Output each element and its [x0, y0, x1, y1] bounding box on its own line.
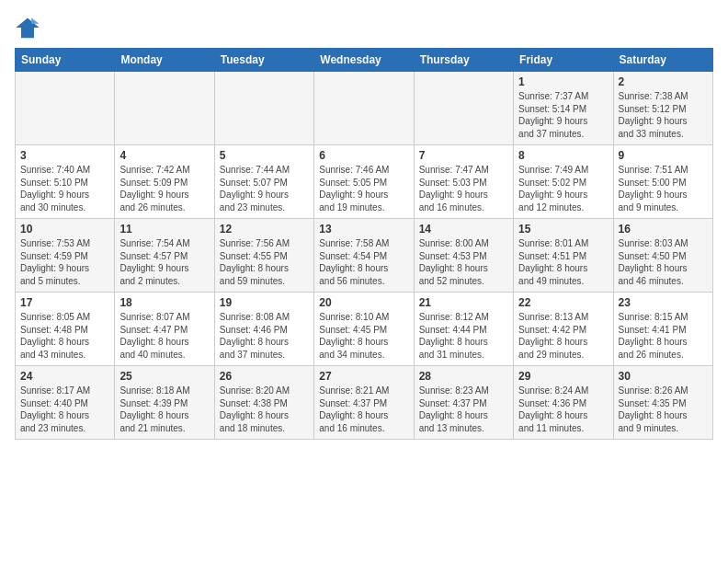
- cell-content: Sunrise: 8:00 AM Sunset: 4:53 PM Dayligh…: [419, 237, 508, 287]
- calendar-cell: 13Sunrise: 7:58 AM Sunset: 4:54 PM Dayli…: [314, 219, 414, 293]
- calendar-cell: 15Sunrise: 8:01 AM Sunset: 4:51 PM Dayli…: [514, 219, 613, 293]
- cell-content: Sunrise: 7:38 AM Sunset: 5:12 PM Dayligh…: [619, 90, 708, 140]
- page-header: [15, 15, 713, 40]
- weekday-header: Sunday: [16, 49, 115, 72]
- day-number: 15: [518, 223, 608, 236]
- day-number: 3: [20, 149, 109, 162]
- day-number: 20: [319, 296, 408, 309]
- cell-content: Sunrise: 8:03 AM Sunset: 4:50 PM Dayligh…: [619, 237, 708, 287]
- calendar-cell: 1Sunrise: 7:37 AM Sunset: 5:14 PM Daylig…: [514, 72, 613, 145]
- day-number: 2: [619, 75, 708, 88]
- day-number: 18: [119, 296, 209, 309]
- calendar-cell: 30Sunrise: 8:26 AM Sunset: 4:35 PM Dayli…: [613, 366, 712, 440]
- weekday-header: Tuesday: [214, 49, 313, 72]
- calendar-cell: [314, 72, 414, 145]
- day-number: 11: [119, 223, 209, 236]
- day-number: 17: [20, 296, 109, 309]
- cell-content: Sunrise: 8:15 AM Sunset: 4:41 PM Dayligh…: [619, 311, 708, 361]
- day-number: 27: [319, 370, 408, 383]
- calendar-cell: 3Sunrise: 7:40 AM Sunset: 5:10 PM Daylig…: [16, 145, 115, 219]
- cell-content: Sunrise: 8:07 AM Sunset: 4:47 PM Dayligh…: [119, 311, 209, 361]
- cell-content: Sunrise: 8:23 AM Sunset: 4:37 PM Dayligh…: [419, 385, 508, 434]
- weekday-header-row: SundayMondayTuesdayWednesdayThursdayFrid…: [16, 49, 713, 72]
- cell-content: Sunrise: 8:24 AM Sunset: 4:36 PM Dayligh…: [518, 385, 608, 434]
- cell-content: Sunrise: 7:49 AM Sunset: 5:02 PM Dayligh…: [518, 164, 608, 213]
- cell-content: Sunrise: 8:26 AM Sunset: 4:35 PM Dayligh…: [619, 385, 708, 434]
- day-number: 7: [419, 149, 508, 162]
- calendar-cell: [414, 72, 513, 145]
- cell-content: Sunrise: 7:46 AM Sunset: 5:05 PM Dayligh…: [319, 164, 408, 213]
- calendar-week-row: 17Sunrise: 8:05 AM Sunset: 4:48 PM Dayli…: [16, 293, 713, 366]
- day-number: 22: [518, 296, 608, 309]
- svg-marker-1: [31, 18, 39, 24]
- day-number: 26: [220, 370, 309, 383]
- cell-content: Sunrise: 8:05 AM Sunset: 4:48 PM Dayligh…: [20, 311, 109, 361]
- calendar-cell: 29Sunrise: 8:24 AM Sunset: 4:36 PM Dayli…: [514, 366, 613, 440]
- day-number: 5: [220, 149, 309, 162]
- calendar-cell: 24Sunrise: 8:17 AM Sunset: 4:40 PM Dayli…: [16, 366, 115, 440]
- day-number: 29: [518, 370, 608, 383]
- calendar-cell: 2Sunrise: 7:38 AM Sunset: 5:12 PM Daylig…: [613, 72, 712, 145]
- calendar-cell: 25Sunrise: 8:18 AM Sunset: 4:39 PM Dayli…: [115, 366, 214, 440]
- calendar-cell: 26Sunrise: 8:20 AM Sunset: 4:38 PM Dayli…: [214, 366, 313, 440]
- logo-icon: [15, 15, 40, 40]
- calendar-cell: 20Sunrise: 8:10 AM Sunset: 4:45 PM Dayli…: [314, 293, 414, 366]
- day-number: 21: [419, 296, 508, 309]
- weekday-header: Thursday: [414, 49, 513, 72]
- weekday-header: Monday: [115, 49, 214, 72]
- day-number: 1: [518, 75, 608, 88]
- calendar-cell: 17Sunrise: 8:05 AM Sunset: 4:48 PM Dayli…: [16, 293, 115, 366]
- calendar-cell: 18Sunrise: 8:07 AM Sunset: 4:47 PM Dayli…: [115, 293, 214, 366]
- calendar-cell: 23Sunrise: 8:15 AM Sunset: 4:41 PM Dayli…: [613, 293, 712, 366]
- calendar-week-row: 10Sunrise: 7:53 AM Sunset: 4:59 PM Dayli…: [16, 219, 713, 293]
- calendar-cell: 5Sunrise: 7:44 AM Sunset: 5:07 PM Daylig…: [214, 145, 313, 219]
- cell-content: Sunrise: 7:53 AM Sunset: 4:59 PM Dayligh…: [20, 237, 109, 287]
- calendar-cell: 9Sunrise: 7:51 AM Sunset: 5:00 PM Daylig…: [613, 145, 712, 219]
- calendar-cell: 8Sunrise: 7:49 AM Sunset: 5:02 PM Daylig…: [514, 145, 613, 219]
- cell-content: Sunrise: 8:18 AM Sunset: 4:39 PM Dayligh…: [119, 385, 209, 434]
- cell-content: Sunrise: 7:58 AM Sunset: 4:54 PM Dayligh…: [319, 237, 408, 287]
- day-number: 23: [619, 296, 708, 309]
- calendar-cell: 19Sunrise: 8:08 AM Sunset: 4:46 PM Dayli…: [214, 293, 313, 366]
- calendar-week-row: 3Sunrise: 7:40 AM Sunset: 5:10 PM Daylig…: [16, 145, 713, 219]
- cell-content: Sunrise: 7:51 AM Sunset: 5:00 PM Dayligh…: [619, 164, 708, 213]
- cell-content: Sunrise: 8:20 AM Sunset: 4:38 PM Dayligh…: [220, 385, 309, 434]
- calendar-cell: [16, 72, 115, 145]
- calendar-cell: 16Sunrise: 8:03 AM Sunset: 4:50 PM Dayli…: [613, 219, 712, 293]
- cell-content: Sunrise: 8:10 AM Sunset: 4:45 PM Dayligh…: [319, 311, 408, 361]
- calendar-cell: 14Sunrise: 8:00 AM Sunset: 4:53 PM Dayli…: [414, 219, 513, 293]
- day-number: 14: [419, 223, 508, 236]
- calendar-week-row: 24Sunrise: 8:17 AM Sunset: 4:40 PM Dayli…: [16, 366, 713, 440]
- day-number: 30: [619, 370, 708, 383]
- calendar-cell: 7Sunrise: 7:47 AM Sunset: 5:03 PM Daylig…: [414, 145, 513, 219]
- svg-marker-0: [16, 18, 39, 39]
- day-number: 16: [619, 223, 708, 236]
- cell-content: Sunrise: 8:21 AM Sunset: 4:37 PM Dayligh…: [319, 385, 408, 434]
- day-number: 12: [220, 223, 309, 236]
- cell-content: Sunrise: 8:12 AM Sunset: 4:44 PM Dayligh…: [419, 311, 508, 361]
- calendar-week-row: 1Sunrise: 7:37 AM Sunset: 5:14 PM Daylig…: [16, 72, 713, 145]
- calendar-cell: 27Sunrise: 8:21 AM Sunset: 4:37 PM Dayli…: [314, 366, 414, 440]
- calendar-cell: 28Sunrise: 8:23 AM Sunset: 4:37 PM Dayli…: [414, 366, 513, 440]
- day-number: 28: [419, 370, 508, 383]
- day-number: 6: [319, 149, 408, 162]
- cell-content: Sunrise: 7:47 AM Sunset: 5:03 PM Dayligh…: [419, 164, 508, 213]
- cell-content: Sunrise: 7:54 AM Sunset: 4:57 PM Dayligh…: [119, 237, 209, 287]
- calendar-cell: 4Sunrise: 7:42 AM Sunset: 5:09 PM Daylig…: [115, 145, 214, 219]
- day-number: 9: [619, 149, 708, 162]
- weekday-header: Saturday: [613, 49, 712, 72]
- cell-content: Sunrise: 8:08 AM Sunset: 4:46 PM Dayligh…: [220, 311, 309, 361]
- cell-content: Sunrise: 7:37 AM Sunset: 5:14 PM Dayligh…: [518, 90, 608, 140]
- day-number: 24: [20, 370, 109, 383]
- cell-content: Sunrise: 8:01 AM Sunset: 4:51 PM Dayligh…: [518, 237, 608, 287]
- calendar-cell: 11Sunrise: 7:54 AM Sunset: 4:57 PM Dayli…: [115, 219, 214, 293]
- calendar-table: SundayMondayTuesdayWednesdayThursdayFrid…: [15, 48, 713, 440]
- logo: [15, 15, 44, 40]
- calendar-cell: 6Sunrise: 7:46 AM Sunset: 5:05 PM Daylig…: [314, 145, 414, 219]
- cell-content: Sunrise: 7:42 AM Sunset: 5:09 PM Dayligh…: [119, 164, 209, 213]
- cell-content: Sunrise: 7:40 AM Sunset: 5:10 PM Dayligh…: [20, 164, 109, 213]
- day-number: 13: [319, 223, 408, 236]
- day-number: 19: [220, 296, 309, 309]
- weekday-header: Wednesday: [314, 49, 414, 72]
- calendar-cell: 22Sunrise: 8:13 AM Sunset: 4:42 PM Dayli…: [514, 293, 613, 366]
